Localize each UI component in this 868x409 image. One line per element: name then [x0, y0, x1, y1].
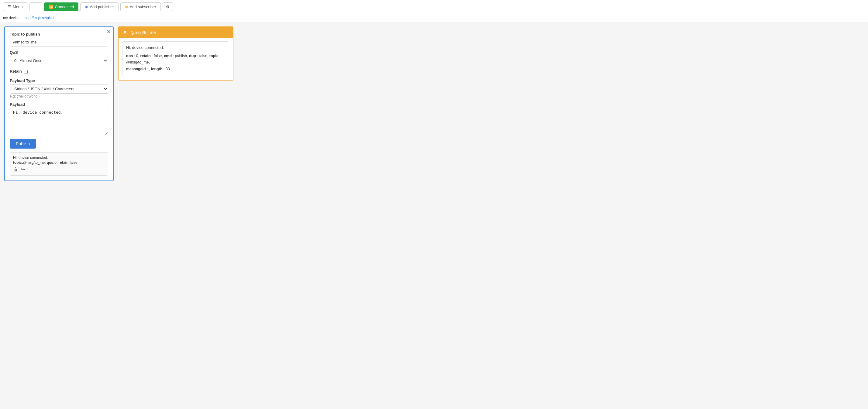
topic-input[interactable]	[10, 38, 108, 46]
add-subscriber-button[interactable]: ⊕ Add subscriber	[120, 2, 161, 11]
meta-cmd-label: cmd	[164, 54, 172, 58]
meta-qos-value: 0	[136, 54, 138, 58]
settings-button[interactable]: ⚙	[163, 2, 173, 11]
subscriber-header: ✕ @msg/to_me	[119, 27, 233, 38]
subscriber-close-button[interactable]: ✕	[123, 29, 127, 35]
menu-label: Menu	[13, 5, 23, 9]
add-subscriber-icon: ⊕	[125, 5, 128, 9]
publish-button[interactable]: Publish	[10, 139, 36, 149]
log-delete-button[interactable]: 🗑	[13, 166, 18, 172]
payload-type-select[interactable]: Strings / JSON / XML / Characters Intege…	[10, 84, 108, 94]
back-button[interactable]: ←	[29, 2, 42, 11]
breadcrumb-url[interactable]: mqtt://mqtt.netpie.io	[23, 16, 55, 20]
publisher-panel: ✕ Topic to publish QoS 0 - Almost Once 1…	[4, 26, 114, 181]
connected-label: Connected	[55, 5, 74, 9]
payload-type-label: Payload Type	[10, 78, 108, 83]
log-share-button[interactable]: ↪	[21, 166, 25, 172]
back-icon: ←	[34, 5, 38, 9]
main-content: ✕ Topic to publish QoS 0 - Almost Once 1…	[0, 22, 868, 407]
payload-hint: e.g: {'hello':'world'}	[10, 94, 108, 98]
subscriber-panel: ✕ @msg/to_me Hi, device connected. qos :…	[118, 26, 234, 81]
settings-icon: ⚙	[166, 5, 169, 9]
retain-row: Retain	[10, 69, 108, 75]
publisher-close-button[interactable]: ✕	[107, 29, 111, 34]
meta-topic-label: topic	[209, 54, 219, 58]
subscriber-message-card: Hi, device connected. qos : 0, retain : …	[122, 41, 229, 76]
meta-dup-value: false	[199, 54, 207, 58]
qos-field-group: QoS 0 - Almost Once 1 - At Least Once 2 …	[10, 50, 108, 65]
log-line-2: topic:@msg/to_me, qos:0, retain:false	[13, 160, 105, 165]
qos-select[interactable]: 0 - Almost Once 1 - At Least Once 2 - Ex…	[10, 56, 108, 65]
meta-qos-label: qos	[126, 54, 133, 58]
payload-type-field-group: Payload Type Strings / JSON / XML / Char…	[10, 78, 108, 98]
breadcrumb-device: my device	[3, 16, 20, 20]
topic-field-group: Topic to publish	[10, 32, 108, 46]
meta-topic-value: @msg/to_me	[126, 60, 149, 64]
topic-label: Topic to publish	[10, 32, 108, 36]
log-topic-value: @msg/to_me	[23, 160, 45, 165]
qos-label: QoS	[10, 50, 108, 55]
subscriber-message-main: Hi, device connected.	[126, 45, 225, 50]
payload-textarea[interactable]: Hi, device connected.	[10, 108, 108, 135]
add-publisher-icon: ⊕	[85, 5, 88, 9]
toolbar: ☰ Menu ← 📶 Connected ⊕ Add publisher ⊕ A…	[0, 0, 868, 14]
log-line-1: Hi, device connected.	[13, 156, 105, 160]
breadcrumb-separator: –	[20, 16, 23, 20]
connected-button[interactable]: 📶 Connected	[44, 2, 79, 11]
payload-label: Payload	[10, 102, 108, 107]
meta-length-label: length	[151, 67, 163, 71]
add-subscriber-label: Add subscriber	[130, 5, 156, 9]
meta-retain-value: false	[154, 54, 162, 58]
meta-cmd-value: publish	[175, 54, 187, 58]
signal-icon: 📶	[49, 5, 54, 9]
add-publisher-button[interactable]: ⊕ Add publisher	[80, 2, 119, 11]
log-retain-label: retain:	[59, 160, 70, 165]
meta-retain-label: retain	[141, 54, 151, 58]
log-qos-value: 0	[54, 160, 57, 165]
meta-messageid-label: messageId	[126, 67, 146, 71]
meta-length-value: 33	[166, 67, 170, 71]
retain-checkbox[interactable]	[24, 70, 28, 74]
log-area: Hi, device connected. topic:@msg/to_me, …	[10, 152, 108, 176]
log-topic-label: topic:	[13, 160, 23, 165]
add-publisher-label: Add publisher	[90, 5, 114, 9]
breadcrumb: my device – mqtt://mqtt.netpie.io	[0, 14, 868, 22]
log-qos-label: qos:	[47, 160, 54, 165]
retain-label: Retain	[10, 69, 22, 73]
meta-dup-label: dup	[189, 54, 196, 58]
subscriber-message-meta: qos : 0, retain : false, cmd : publish, …	[126, 53, 225, 72]
log-actions: 🗑 ↪	[13, 166, 105, 172]
subscriber-topic: @msg/to_me	[130, 30, 156, 35]
payload-field-group: Payload Hi, device connected.	[10, 102, 108, 135]
menu-button[interactable]: ☰ Menu	[3, 2, 27, 11]
menu-icon: ☰	[8, 5, 11, 9]
log-retain-value: false	[70, 160, 77, 165]
